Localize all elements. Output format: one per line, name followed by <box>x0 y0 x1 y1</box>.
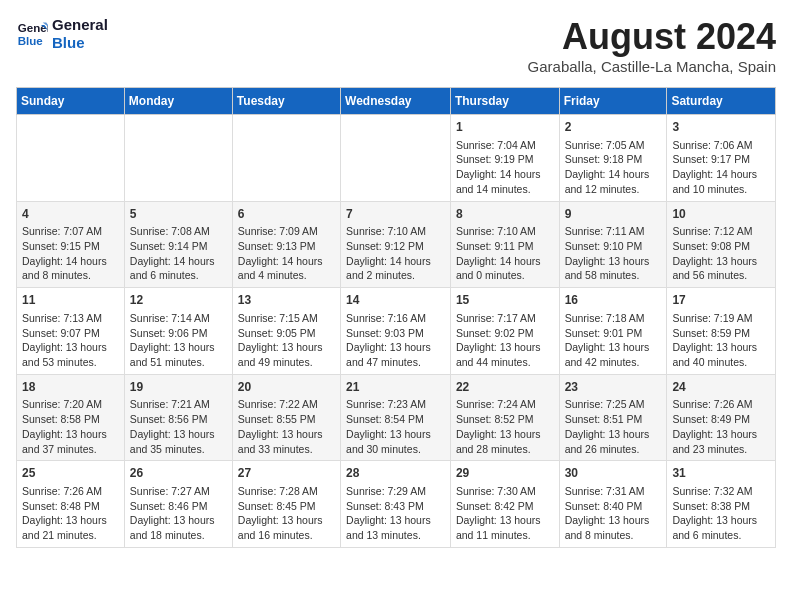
week-row-4: 18Sunrise: 7:20 AMSunset: 8:58 PMDayligh… <box>17 374 776 461</box>
day-number: 19 <box>130 379 227 396</box>
cell-text-line: and 10 minutes. <box>672 182 770 197</box>
day-header-saturday: Saturday <box>667 88 776 115</box>
cell-text-line: Sunrise: 7:05 AM <box>565 138 662 153</box>
cell-text-line: Sunrise: 7:15 AM <box>238 311 335 326</box>
cell-text-line: Sunrise: 7:19 AM <box>672 311 770 326</box>
cell-text-line: Sunrise: 7:24 AM <box>456 397 554 412</box>
cell-text-line: Daylight: 14 hours <box>22 254 119 269</box>
cell-text-line: and 58 minutes. <box>565 268 662 283</box>
cell-text-line: Sunset: 8:42 PM <box>456 499 554 514</box>
cell-text-line: and 8 minutes. <box>22 268 119 283</box>
cell-text-line: Daylight: 13 hours <box>22 513 119 528</box>
day-number: 1 <box>456 119 554 136</box>
calendar-cell: 6Sunrise: 7:09 AMSunset: 9:13 PMDaylight… <box>232 201 340 288</box>
cell-text-line: Daylight: 13 hours <box>22 340 119 355</box>
cell-text-line: Sunset: 9:13 PM <box>238 239 335 254</box>
calendar-cell: 15Sunrise: 7:17 AMSunset: 9:02 PMDayligh… <box>450 288 559 375</box>
cell-text-line: Sunset: 9:11 PM <box>456 239 554 254</box>
day-header-wednesday: Wednesday <box>341 88 451 115</box>
cell-text-line: Sunset: 9:06 PM <box>130 326 227 341</box>
calendar-cell <box>124 115 232 202</box>
cell-text-line: Sunset: 9:02 PM <box>456 326 554 341</box>
cell-text-line: Daylight: 13 hours <box>672 254 770 269</box>
calendar-cell: 7Sunrise: 7:10 AMSunset: 9:12 PMDaylight… <box>341 201 451 288</box>
cell-text-line: Sunrise: 7:17 AM <box>456 311 554 326</box>
cell-text-line: Sunset: 8:54 PM <box>346 412 445 427</box>
cell-text-line: Daylight: 13 hours <box>346 340 445 355</box>
cell-text-line: Sunset: 8:58 PM <box>22 412 119 427</box>
calendar-cell: 27Sunrise: 7:28 AMSunset: 8:45 PMDayligh… <box>232 461 340 548</box>
header: General Blue General Blue August 2024 Ga… <box>16 16 776 75</box>
day-number: 6 <box>238 206 335 223</box>
cell-text-line: Daylight: 14 hours <box>130 254 227 269</box>
logo-icon: General Blue <box>16 18 48 50</box>
svg-text:Blue: Blue <box>18 35 44 47</box>
calendar-title: August 2024 <box>528 16 776 58</box>
calendar-cell: 24Sunrise: 7:26 AMSunset: 8:49 PMDayligh… <box>667 374 776 461</box>
cell-text-line: Sunset: 8:46 PM <box>130 499 227 514</box>
day-number: 17 <box>672 292 770 309</box>
logo-blue: Blue <box>52 34 108 52</box>
logo-general: General <box>52 16 108 34</box>
cell-text-line: Sunset: 8:45 PM <box>238 499 335 514</box>
cell-text-line: Sunset: 8:38 PM <box>672 499 770 514</box>
cell-text-line: Daylight: 13 hours <box>565 427 662 442</box>
calendar-cell: 3Sunrise: 7:06 AMSunset: 9:17 PMDaylight… <box>667 115 776 202</box>
calendar-cell: 2Sunrise: 7:05 AMSunset: 9:18 PMDaylight… <box>559 115 667 202</box>
calendar-cell: 12Sunrise: 7:14 AMSunset: 9:06 PMDayligh… <box>124 288 232 375</box>
day-number: 10 <box>672 206 770 223</box>
cell-text-line: Sunrise: 7:23 AM <box>346 397 445 412</box>
cell-text-line: Daylight: 13 hours <box>130 513 227 528</box>
cell-text-line: Daylight: 13 hours <box>565 254 662 269</box>
cell-text-line: Daylight: 14 hours <box>672 167 770 182</box>
day-number: 13 <box>238 292 335 309</box>
day-number: 8 <box>456 206 554 223</box>
cell-text-line: Sunset: 9:10 PM <box>565 239 662 254</box>
calendar-cell: 4Sunrise: 7:07 AMSunset: 9:15 PMDaylight… <box>17 201 125 288</box>
cell-text-line: Sunset: 8:56 PM <box>130 412 227 427</box>
day-number: 11 <box>22 292 119 309</box>
day-header-monday: Monday <box>124 88 232 115</box>
svg-text:General: General <box>18 22 48 34</box>
cell-text-line: and 33 minutes. <box>238 442 335 457</box>
day-number: 24 <box>672 379 770 396</box>
cell-text-line: Sunset: 9:14 PM <box>130 239 227 254</box>
cell-text-line: Sunset: 8:51 PM <box>565 412 662 427</box>
calendar-cell: 19Sunrise: 7:21 AMSunset: 8:56 PMDayligh… <box>124 374 232 461</box>
cell-text-line: and 47 minutes. <box>346 355 445 370</box>
calendar-cell: 25Sunrise: 7:26 AMSunset: 8:48 PMDayligh… <box>17 461 125 548</box>
cell-text-line: Sunrise: 7:31 AM <box>565 484 662 499</box>
calendar-cell: 9Sunrise: 7:11 AMSunset: 9:10 PMDaylight… <box>559 201 667 288</box>
cell-text-line: Sunrise: 7:14 AM <box>130 311 227 326</box>
day-number: 25 <box>22 465 119 482</box>
cell-text-line: and 44 minutes. <box>456 355 554 370</box>
title-section: August 2024 Garaballa, Castille-La Manch… <box>528 16 776 75</box>
cell-text-line: Sunset: 9:01 PM <box>565 326 662 341</box>
cell-text-line: Sunset: 9:19 PM <box>456 152 554 167</box>
cell-text-line: Daylight: 13 hours <box>456 340 554 355</box>
cell-text-line: Daylight: 13 hours <box>565 340 662 355</box>
cell-text-line: Daylight: 13 hours <box>22 427 119 442</box>
cell-text-line: Sunrise: 7:20 AM <box>22 397 119 412</box>
cell-text-line: Sunset: 9:07 PM <box>22 326 119 341</box>
day-header-thursday: Thursday <box>450 88 559 115</box>
cell-text-line: Sunrise: 7:27 AM <box>130 484 227 499</box>
cell-text-line: Sunrise: 7:11 AM <box>565 224 662 239</box>
cell-text-line: Daylight: 13 hours <box>130 340 227 355</box>
day-number: 7 <box>346 206 445 223</box>
week-row-1: 1Sunrise: 7:04 AMSunset: 9:19 PMDaylight… <box>17 115 776 202</box>
cell-text-line: Sunrise: 7:28 AM <box>238 484 335 499</box>
day-number: 18 <box>22 379 119 396</box>
calendar-cell: 28Sunrise: 7:29 AMSunset: 8:43 PMDayligh… <box>341 461 451 548</box>
calendar-cell: 22Sunrise: 7:24 AMSunset: 8:52 PMDayligh… <box>450 374 559 461</box>
cell-text-line: and 40 minutes. <box>672 355 770 370</box>
cell-text-line: Daylight: 14 hours <box>238 254 335 269</box>
cell-text-line: and 18 minutes. <box>130 528 227 543</box>
day-number: 21 <box>346 379 445 396</box>
cell-text-line: and 11 minutes. <box>456 528 554 543</box>
calendar-cell: 14Sunrise: 7:16 AMSunset: 9:03 PMDayligh… <box>341 288 451 375</box>
cell-text-line: Sunrise: 7:32 AM <box>672 484 770 499</box>
cell-text-line: and 2 minutes. <box>346 268 445 283</box>
cell-text-line: Sunrise: 7:18 AM <box>565 311 662 326</box>
day-number: 26 <box>130 465 227 482</box>
